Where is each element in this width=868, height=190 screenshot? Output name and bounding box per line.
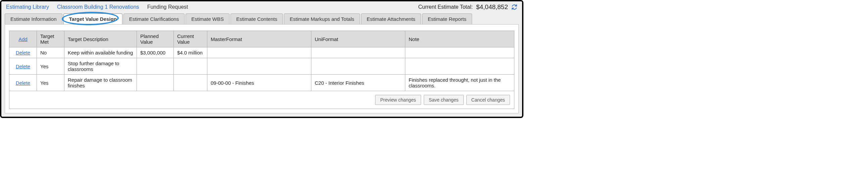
cell-planned-value[interactable]	[137, 75, 174, 91]
tabs-container: Estimate Information Target Value Design…	[1, 12, 522, 24]
tab-content: Add Target Met Target Description Planne…	[5, 24, 519, 113]
estimate-total-label: Current Estimate Total:	[418, 4, 472, 10]
tab-target-value-design[interactable]: Target Value Design	[63, 13, 122, 24]
save-changes-button[interactable]: Save changes	[424, 95, 464, 105]
footer-buttons: Preview changes Save changes Cancel chan…	[13, 93, 511, 106]
table-header-row: Add Target Met Target Description Planne…	[9, 31, 514, 48]
cell-target-met[interactable]: No	[37, 48, 64, 58]
cell-masterformat[interactable]	[207, 58, 311, 75]
refresh-icon[interactable]	[512, 4, 517, 10]
cell-target-met[interactable]: Yes	[37, 75, 64, 91]
tab-estimate-reports[interactable]: Estimate Reports	[422, 13, 472, 24]
tabs: Estimate Information Target Value Design…	[5, 13, 519, 24]
cell-current-value[interactable]	[174, 58, 207, 75]
table-footer-row: Preview changes Save changes Cancel chan…	[9, 91, 514, 109]
cell-target-desc[interactable]: Stop further damage to classrooms	[64, 58, 137, 75]
preview-changes-button[interactable]: Preview changes	[375, 95, 421, 105]
target-value-table: Add Target Met Target Description Planne…	[9, 31, 514, 109]
table-row: Delete Yes Repair damage to classroom fi…	[9, 75, 514, 91]
cell-note[interactable]	[405, 48, 514, 58]
col-uniformat: UniFormat	[311, 31, 405, 48]
tab-estimate-markups-totals[interactable]: Estimate Markups and Totals	[284, 13, 360, 24]
cell-uniformat[interactable]: C20 - Interior Finishes	[311, 75, 405, 91]
tab-estimate-information[interactable]: Estimate Information	[5, 13, 62, 24]
col-planned-value: Planned Value	[137, 31, 174, 48]
col-target-met: Target Met	[37, 31, 64, 48]
col-masterformat: MasterFormat	[207, 31, 311, 48]
col-note: Note	[405, 31, 514, 48]
cell-planned-value[interactable]: $3,000,000	[137, 48, 174, 58]
col-target-desc: Target Description	[64, 31, 137, 48]
delete-button[interactable]: Delete	[16, 63, 30, 69]
col-current-value: Current Value	[174, 31, 207, 48]
cell-note[interactable]: Finishes replaced throught, not just in …	[405, 75, 514, 91]
breadcrumb-library[interactable]: Estimating Library	[6, 4, 49, 10]
breadcrumb: Estimating Library Classroom Building 1 …	[6, 4, 418, 10]
breadcrumb-project[interactable]: Classroom Building 1 Renovations	[57, 4, 139, 10]
tab-estimate-clarifications[interactable]: Estimate Clarifications	[123, 13, 185, 24]
cell-uniformat[interactable]	[311, 58, 405, 75]
cell-target-met[interactable]: Yes	[37, 58, 64, 75]
tab-estimate-attachments[interactable]: Estimate Attachments	[361, 13, 421, 24]
app-window: Estimating Library Classroom Building 1 …	[0, 0, 523, 118]
cell-target-desc[interactable]: Keep within available funding	[64, 48, 137, 58]
cell-current-value[interactable]: $4.0 million	[174, 48, 207, 58]
table-row: Delete No Keep within available funding …	[9, 48, 514, 58]
delete-button[interactable]: Delete	[16, 80, 30, 86]
cell-uniformat[interactable]	[311, 48, 405, 58]
add-button[interactable]: Add	[19, 36, 28, 42]
cell-target-desc[interactable]: Repair damage to classroom finishes	[64, 75, 137, 91]
estimate-total-value: $4,048,852	[476, 3, 508, 11]
cell-planned-value[interactable]	[137, 58, 174, 75]
delete-button[interactable]: Delete	[16, 50, 30, 55]
tab-label: Target Value Design	[69, 16, 117, 22]
top-bar: Estimating Library Classroom Building 1 …	[1, 1, 522, 12]
cell-masterformat[interactable]: 09-00-00 - Finishes	[207, 75, 311, 91]
tab-estimate-contents[interactable]: Estimate Contents	[230, 13, 283, 24]
cancel-changes-button[interactable]: Cancel changes	[466, 95, 510, 105]
table-row: Delete Yes Stop further damage to classr…	[9, 58, 514, 75]
cell-note[interactable]	[405, 58, 514, 75]
tab-estimate-wbs[interactable]: Estimate WBS	[186, 13, 229, 24]
breadcrumb-page: Funding Request	[147, 4, 188, 10]
cell-current-value[interactable]	[174, 75, 207, 91]
estimate-total: Current Estimate Total: $4,048,852	[418, 3, 517, 11]
cell-masterformat[interactable]	[207, 48, 311, 58]
